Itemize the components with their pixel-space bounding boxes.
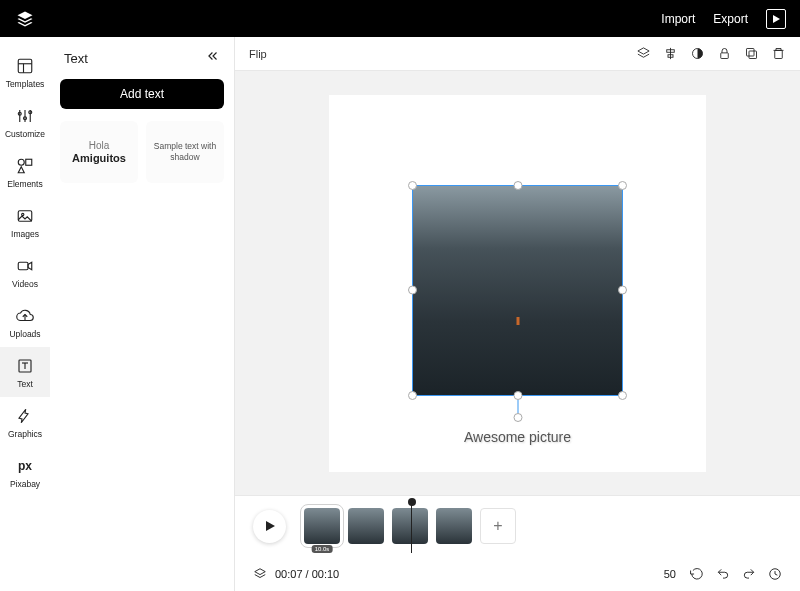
nav-text[interactable]: Text [0,347,50,397]
svg-marker-32 [266,521,275,531]
left-nav: Templates Customize Elements Images Vide… [0,37,50,591]
svg-marker-0 [18,11,33,19]
uploads-icon [16,306,34,326]
duplicate-icon[interactable] [744,46,759,61]
customize-icon [16,106,34,126]
contrast-icon[interactable] [690,46,705,61]
text-icon [16,356,34,376]
status-bar: 00:07 / 00:10 50 [235,556,800,591]
align-icon[interactable] [663,46,678,61]
canvas[interactable]: Awesome picture [329,95,706,472]
nav-graphics[interactable]: Graphics [0,397,50,447]
add-clip-button[interactable]: + [480,508,516,544]
nav-templates[interactable]: Templates [0,47,50,97]
nav-pixabay[interactable]: px Pixabay [0,447,50,497]
text-panel: Text Add text Hola Amiguitos Sample text… [50,37,235,591]
play-button[interactable] [253,510,286,543]
svg-rect-17 [18,262,28,270]
templates-icon [16,56,34,76]
nav-label-templates: Templates [6,79,45,89]
clip-1[interactable]: 10.0s [304,508,340,544]
nav-label-graphics: Graphics [8,429,42,439]
resize-handle-tm[interactable] [513,181,522,190]
caption-text[interactable]: Awesome picture [464,429,571,445]
svg-rect-30 [747,49,755,57]
nav-label-videos: Videos [12,279,38,289]
svg-marker-23 [638,48,649,54]
resize-handle-bl[interactable] [408,391,417,400]
image-subject [516,317,519,325]
svg-rect-31 [775,50,783,58]
nav-elements[interactable]: Elements [0,147,50,197]
panel-title: Text [64,51,88,66]
svg-rect-29 [749,51,757,59]
resize-handle-tl[interactable] [408,181,417,190]
nav-label-elements: Elements [7,179,42,189]
preset-line1: Hola [89,140,110,151]
pixabay-icon: px [18,456,32,476]
nav-videos[interactable]: Videos [0,247,50,297]
images-icon [16,206,34,226]
rotate-handle[interactable] [513,413,522,422]
text-preset-shadow[interactable]: Sample text with shadow [146,121,224,183]
collapse-panel-button[interactable] [206,49,220,67]
resize-handle-br[interactable] [618,391,627,400]
nav-label-text: Text [17,379,33,389]
playback-time: 00:07 / 00:10 [275,568,339,580]
svg-rect-3 [18,59,32,73]
export-button[interactable]: Export [713,12,748,26]
videos-icon [16,256,34,276]
context-toolbar: Flip [235,37,800,71]
nav-uploads[interactable]: Uploads [0,297,50,347]
svg-marker-18 [28,262,32,270]
lock-icon[interactable] [717,46,732,61]
canvas-area[interactable]: Awesome picture [235,71,800,495]
selected-image[interactable] [412,185,623,396]
resize-handle-mr[interactable] [618,286,627,295]
redo-icon[interactable] [742,567,756,581]
top-bar: Import Export [0,0,800,37]
nav-customize[interactable]: Customize [0,97,50,147]
history-icon[interactable] [768,567,782,581]
nav-label-customize: Customize [5,129,45,139]
layers-icon[interactable] [636,46,651,61]
loop-icon[interactable] [690,567,704,581]
clip-2[interactable] [348,508,384,544]
nav-label-pixabay: Pixabay [10,479,40,489]
clip-3[interactable] [392,508,428,544]
import-button[interactable]: Import [661,12,695,26]
preset-line2: Amiguitos [72,152,126,164]
nav-images[interactable]: Images [0,197,50,247]
graphics-icon [16,406,34,426]
resize-handle-tr[interactable] [618,181,627,190]
layers-small-icon[interactable] [253,567,267,581]
zoom-value[interactable]: 50 [664,568,676,580]
preset-shadow-text: Sample text with shadow [150,141,220,163]
svg-marker-33 [255,568,266,574]
svg-point-12 [18,159,24,165]
undo-icon[interactable] [716,567,730,581]
clip-track: 10.0s + [304,508,516,544]
workspace: Flip [235,37,800,591]
resize-handle-bm[interactable] [513,391,522,400]
text-preset-hola[interactable]: Hola Amiguitos [60,121,138,183]
svg-marker-2 [773,15,780,23]
timeline: 10.0s + 00:07 / 00:10 50 [235,495,800,591]
svg-marker-14 [18,166,24,172]
clip-4[interactable] [436,508,472,544]
elements-icon [16,156,34,176]
app-logo [0,10,50,28]
nav-label-uploads: Uploads [9,329,40,339]
preview-play-button[interactable] [766,9,786,29]
clip-duration-badge: 10.0s [312,545,333,553]
add-text-button[interactable]: Add text [60,79,224,109]
playhead[interactable] [411,501,412,553]
svg-rect-28 [721,53,729,59]
resize-handle-ml[interactable] [408,286,417,295]
nav-label-images: Images [11,229,39,239]
flip-button[interactable]: Flip [249,48,267,60]
trash-icon[interactable] [771,46,786,61]
svg-rect-13 [26,159,32,165]
